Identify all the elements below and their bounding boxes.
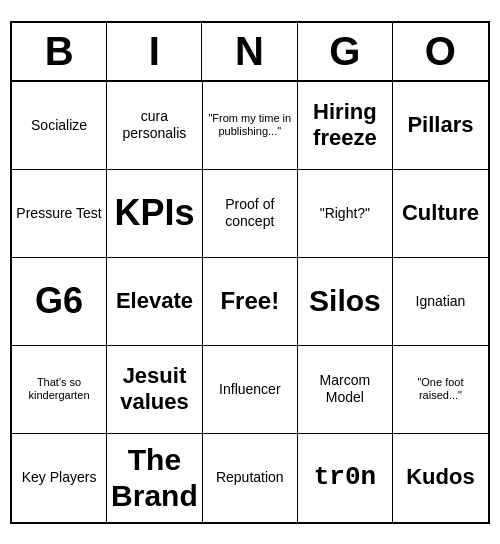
bingo-cell-3[interactable]: Hiring freeze [298, 82, 393, 170]
bingo-card: BINGO Socializecura personalis"From my t… [10, 21, 490, 524]
bingo-cell-0[interactable]: Socialize [12, 82, 107, 170]
bingo-letter-i: I [107, 23, 202, 80]
bingo-cell-22[interactable]: Reputation [203, 434, 298, 522]
bingo-letter-g: G [298, 23, 393, 80]
bingo-cell-10[interactable]: G6 [12, 258, 107, 346]
bingo-cell-17[interactable]: Influencer [203, 346, 298, 434]
bingo-cell-14[interactable]: Ignatian [393, 258, 488, 346]
bingo-header: BINGO [12, 23, 488, 82]
bingo-cell-2[interactable]: "From my time in publishing..." [203, 82, 298, 170]
bingo-cell-5[interactable]: Pressure Test [12, 170, 107, 258]
bingo-cell-4[interactable]: Pillars [393, 82, 488, 170]
bingo-cell-19[interactable]: "One foot raised..." [393, 346, 488, 434]
bingo-letter-o: O [393, 23, 488, 80]
bingo-cell-16[interactable]: Jesuit values [107, 346, 203, 434]
bingo-cell-20[interactable]: Key Players [12, 434, 107, 522]
bingo-cell-1[interactable]: cura personalis [107, 82, 203, 170]
bingo-cell-21[interactable]: The Brand [107, 434, 203, 522]
bingo-cell-23[interactable]: tr0n [298, 434, 393, 522]
bingo-cell-13[interactable]: Silos [298, 258, 393, 346]
bingo-cell-11[interactable]: Elevate [107, 258, 203, 346]
bingo-cell-9[interactable]: Culture [393, 170, 488, 258]
bingo-cell-24[interactable]: Kudos [393, 434, 488, 522]
bingo-cell-12[interactable]: Free! [203, 258, 298, 346]
bingo-cell-18[interactable]: Marcom Model [298, 346, 393, 434]
bingo-cell-7[interactable]: Proof of concept [203, 170, 298, 258]
bingo-grid: Socializecura personalis"From my time in… [12, 82, 488, 522]
bingo-letter-b: B [12, 23, 107, 80]
bingo-cell-15[interactable]: That's so kindergarten [12, 346, 107, 434]
bingo-letter-n: N [202, 23, 297, 80]
bingo-cell-8[interactable]: "Right?" [298, 170, 393, 258]
bingo-cell-6[interactable]: KPIs [107, 170, 203, 258]
